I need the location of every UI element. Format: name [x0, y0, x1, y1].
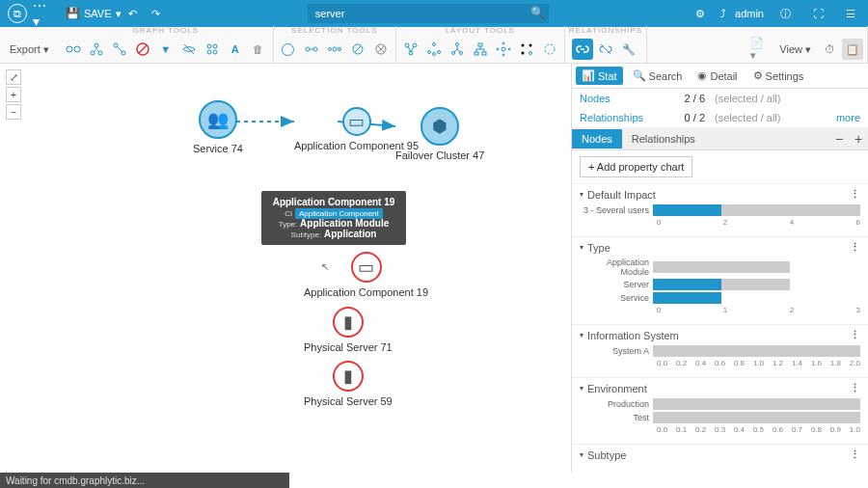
add-button[interactable]: + — [849, 131, 868, 147]
svg-rect-29 — [478, 43, 482, 46]
sel-invert-icon[interactable] — [347, 39, 368, 60]
selection-tools-label: SELECTION TOOLS — [291, 26, 377, 36]
rel-unlink-icon[interactable] — [595, 39, 616, 60]
svg-point-2 — [95, 43, 98, 47]
add-property-chart-button[interactable]: + Add property chart — [580, 156, 692, 177]
timer-icon[interactable]: ⏱ — [819, 39, 840, 60]
section-env-title[interactable]: Environment — [587, 383, 647, 394]
upload-icon[interactable]: ⤴ — [712, 2, 735, 25]
redo-button[interactable]: ↷ — [145, 2, 168, 25]
svg-point-32 — [502, 47, 505, 51]
svg-point-26 — [455, 43, 458, 46]
layout-radial-icon[interactable] — [493, 39, 514, 60]
node-app-component-19[interactable]: ▭↖ Application Component 19 — [304, 252, 428, 298]
svg-point-12 — [306, 47, 310, 51]
user-label[interactable]: admin — [735, 8, 764, 19]
layout-2-icon[interactable] — [423, 39, 445, 60]
section-menu-icon[interactable]: ⋮ — [850, 188, 860, 201]
info-icon[interactable]: ⓘ — [773, 2, 797, 25]
tool-connect-icon[interactable] — [109, 39, 130, 60]
svg-point-1 — [74, 46, 80, 52]
zoom-out-button[interactable]: − — [6, 104, 21, 120]
tool-hide-icon[interactable] — [178, 39, 200, 60]
app-logo[interactable]: ⧉ — [6, 2, 29, 25]
svg-point-24 — [432, 53, 435, 56]
tool-forbidden-icon[interactable] — [132, 39, 153, 60]
tool-group-icon[interactable] — [202, 39, 223, 60]
tab-search[interactable]: 🔍 Search — [627, 67, 689, 85]
tool-delete-icon[interactable]: 🗑 — [248, 39, 269, 60]
stats-rels-value: 0 / 2 — [666, 112, 705, 123]
section-type-title[interactable]: Type — [587, 242, 610, 254]
settings-gears-icon[interactable]: ⚙ — [689, 2, 712, 25]
component-icon: ▭↖ — [351, 252, 382, 283]
hamburger-icon[interactable]: ☰ — [839, 2, 862, 25]
sel-none-icon[interactable] — [370, 39, 392, 60]
subtab-nodes[interactable]: Nodes — [572, 129, 622, 149]
zoom-in-button[interactable]: + — [6, 87, 21, 102]
node-label: Service 74 — [193, 143, 243, 154]
status-bar: Waiting for cmdb.graphlytic.biz... — [0, 473, 289, 488]
menu-dots[interactable]: ⋯ ▾ — [33, 2, 56, 25]
server-icon: ▮ — [333, 307, 364, 338]
rel-link-icon[interactable] — [572, 39, 593, 60]
svg-point-38 — [529, 44, 531, 47]
section-menu-icon[interactable]: ⋮ — [850, 382, 860, 394]
stats-nodes-value: 2 / 6 — [666, 93, 705, 104]
undo-button[interactable]: ↶ — [122, 2, 145, 25]
svg-point-35 — [502, 54, 504, 56]
tab-detail[interactable]: ◉ Detail — [692, 67, 743, 85]
layout-1-icon[interactable] — [400, 39, 421, 60]
node-physical-server-71[interactable]: ▮ Physical Server 71 — [304, 307, 393, 353]
sel-all-icon[interactable] — [278, 39, 299, 60]
section-infosys-title[interactable]: Information System — [587, 330, 679, 341]
graph-canvas[interactable]: ⤢ + − 👥 Service 74 ▭ Application Compone… — [0, 64, 571, 473]
notes-icon[interactable]: 📋 — [842, 39, 863, 60]
node-physical-server-59[interactable]: ▮ Physical Server 59 — [304, 361, 393, 407]
cluster-icon: ⬢ — [420, 107, 459, 146]
view-button[interactable]: View ▾ — [773, 39, 817, 60]
section-menu-icon[interactable]: ⋮ — [850, 448, 860, 461]
node-failover-cluster-47[interactable]: ⬢ Failover Cluster 47 — [395, 107, 484, 161]
svg-point-33 — [502, 42, 504, 44]
zoom-fit-button[interactable]: ⤢ — [6, 69, 21, 85]
section-impact-title[interactable]: Default Impact — [587, 189, 656, 201]
search-input[interactable] — [308, 4, 549, 23]
rel-settings-icon[interactable]: 🔧 — [618, 39, 639, 60]
sel-neighbors-icon[interactable] — [324, 39, 345, 60]
section-menu-icon[interactable]: ⋮ — [850, 241, 860, 254]
collapse-button[interactable]: − — [829, 131, 849, 147]
layout-tree-icon[interactable] — [447, 39, 468, 60]
section-subtype-title[interactable]: Subtype — [587, 449, 626, 461]
tool-filter-icon[interactable]: ▼ — [155, 39, 176, 60]
tool-add-node[interactable] — [63, 39, 84, 60]
layout-circle-icon[interactable] — [539, 39, 560, 60]
svg-point-10 — [207, 50, 211, 54]
subtab-relationships[interactable]: Relationships — [622, 129, 705, 149]
svg-point-14 — [333, 47, 337, 51]
node-service-74[interactable]: 👥 Service 74 — [193, 100, 243, 154]
tab-stat[interactable]: 📊 Stat — [576, 67, 623, 85]
svg-point-34 — [508, 48, 510, 50]
stats-more-link[interactable]: more — [836, 112, 860, 123]
chart-label: Production — [580, 399, 653, 409]
layout-hier-icon[interactable] — [470, 39, 491, 60]
fullscreen-icon[interactable]: ⛶ — [806, 2, 829, 25]
section-menu-icon[interactable]: ⋮ — [850, 329, 860, 341]
save-icon: 💾 — [66, 7, 80, 20]
tooltip-title: Application Component 19 — [269, 197, 398, 207]
tab-settings[interactable]: ⚙ Settings — [747, 67, 810, 85]
node-label: Physical Server 59 — [304, 395, 393, 407]
search-icon[interactable]: 🔍 — [530, 6, 545, 19]
save-button[interactable]: 💾 SAVE ▾ — [66, 7, 122, 20]
doc-icon[interactable]: 📄 ▾ — [750, 39, 772, 60]
export-button[interactable]: Export ▾ — [4, 39, 55, 60]
chart-label: System A — [580, 346, 653, 356]
tool-text-icon[interactable]: A — [225, 39, 246, 60]
stats-rels-desc: (selected / all) — [715, 112, 780, 123]
tool-expand-icon[interactable] — [86, 39, 107, 60]
layout-grid-icon[interactable] — [516, 39, 537, 60]
server-icon: ▮ — [333, 361, 364, 392]
chart-label: Test — [580, 413, 653, 422]
sel-expand-icon[interactable] — [301, 39, 322, 60]
